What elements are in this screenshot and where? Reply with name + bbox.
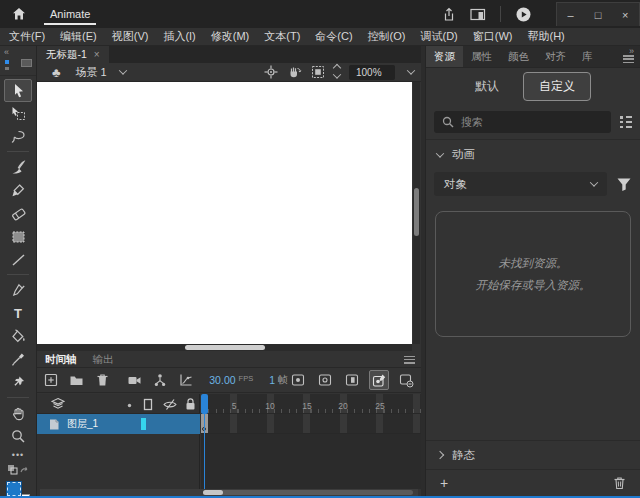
text-tool[interactable]: T (4, 302, 32, 325)
menu-insert[interactable]: 插入(I) (163, 29, 195, 44)
search-box[interactable] (434, 111, 611, 133)
remove-frame-button[interactable] (396, 370, 416, 390)
timeline-horizontal-scrollbar[interactable] (40, 489, 418, 496)
visibility-column-icon[interactable] (163, 398, 177, 411)
add-camera-button[interactable] (126, 370, 145, 390)
layer-row-1[interactable]: 图层_1 (37, 414, 200, 434)
layers-stack-icon[interactable] (51, 397, 65, 411)
delete-layer-button[interactable] (93, 370, 112, 390)
layer-outline-color-swatch[interactable] (141, 418, 146, 430)
object-dropdown[interactable]: 对象 (434, 172, 607, 196)
frame-rate-control[interactable]: 30.00 FPS (209, 374, 253, 386)
swap-colors-control[interactable] (7, 464, 29, 476)
tab-timeline[interactable]: 时间轴 (37, 353, 85, 367)
outline-column-icon[interactable] (143, 398, 153, 411)
eyedropper-tool[interactable] (4, 348, 32, 371)
frames-area[interactable]: 5 10 15 20 25 (201, 394, 421, 489)
tab-color[interactable]: 颜色 (500, 46, 537, 67)
edit-toolbar-grip-icon[interactable] (21, 59, 32, 67)
stage-horizontal-scrollbar[interactable] (37, 344, 412, 351)
delete-asset-trash-icon[interactable] (613, 476, 626, 490)
document-tab-close-icon[interactable]: × (94, 49, 100, 60)
zoom-level-field[interactable]: 100% (349, 65, 395, 80)
document-tab[interactable]: 无标题-1 × (37, 46, 109, 63)
insert-frame-button[interactable] (342, 370, 362, 390)
paint-bucket-tool[interactable] (4, 325, 32, 348)
center-stage-button[interactable] (264, 65, 278, 79)
tab-properties[interactable]: 属性 (463, 46, 500, 67)
section-static[interactable]: 静态 (426, 440, 640, 469)
home-button[interactable] (12, 7, 26, 21)
menu-window[interactable]: 窗口(W) (473, 29, 513, 44)
scene-chevron-down-icon[interactable] (118, 66, 126, 74)
free-transform-tool[interactable] (4, 102, 32, 125)
menu-control[interactable]: 控制(O) (368, 29, 406, 44)
menu-modify[interactable]: 修改(M) (211, 29, 250, 44)
add-asset-button[interactable]: + (440, 475, 448, 491)
menu-text[interactable]: 文本(T) (264, 29, 300, 44)
layer-frames-row[interactable] (201, 414, 421, 434)
section-chevron-down-icon[interactable] (436, 149, 444, 157)
share-button[interactable] (442, 7, 456, 22)
pen-tool[interactable] (4, 279, 32, 302)
layer-depth-button[interactable] (177, 370, 196, 390)
app-tab-animate[interactable]: Animate (44, 0, 96, 28)
tab-library[interactable]: 库 (574, 46, 601, 67)
maximize-button[interactable]: □ (584, 3, 611, 26)
tab-assets[interactable]: 资源 (426, 46, 463, 67)
close-button[interactable]: × (612, 3, 639, 26)
custom-button[interactable]: 自定义 (523, 72, 591, 101)
insert-blank-keyframe-button[interactable] (315, 370, 335, 390)
lasso-tool[interactable] (4, 125, 32, 148)
rectangle-tool[interactable] (4, 225, 32, 248)
zoom-tool[interactable] (4, 425, 32, 448)
section-chevron-right-icon[interactable] (436, 451, 444, 459)
zoom-dropdown-button[interactable] (404, 69, 418, 75)
tab-align[interactable]: 对齐 (537, 46, 574, 67)
hand-tool[interactable] (4, 402, 32, 425)
minimize-button[interactable]: – (557, 3, 584, 26)
default-button[interactable]: 默认 (475, 78, 499, 95)
highlight-column-icon[interactable] (127, 403, 132, 408)
fill-color-swatch[interactable] (6, 481, 22, 497)
classic-brush-tool[interactable] (4, 179, 32, 202)
fluid-brush-tool[interactable] (4, 156, 32, 179)
stepper-down-icon[interactable] (333, 70, 341, 78)
insert-keyframe-button[interactable] (288, 370, 308, 390)
tab-output[interactable]: 输出 (85, 353, 122, 367)
playhead[interactable] (201, 394, 208, 414)
selection-tool[interactable] (4, 79, 32, 102)
zoom-stepper[interactable] (334, 65, 340, 79)
rotation-tool-button[interactable] (287, 65, 302, 79)
list-view-icon[interactable] (620, 116, 632, 128)
lock-column-icon[interactable] (184, 397, 197, 411)
timeline-ruler[interactable]: 5 10 15 20 25 (201, 394, 421, 414)
expand-panel-icon[interactable]: » (629, 46, 634, 56)
current-frame-value[interactable]: 1 (269, 374, 275, 386)
clip-content-button[interactable] (311, 65, 325, 79)
stage-horizontal-scrollbar-thumb[interactable] (185, 345, 265, 350)
layer-parenting-button[interactable] (151, 370, 170, 390)
test-movie-button[interactable] (515, 6, 532, 23)
new-layer-button[interactable] (42, 370, 61, 390)
layer-name[interactable]: 图层_1 (67, 417, 98, 431)
filter-icon[interactable] (616, 177, 632, 192)
eraser-tool[interactable] (4, 202, 32, 225)
main-stage-icon[interactable]: ♣ (52, 66, 61, 79)
menu-commands[interactable]: 命令(C) (315, 29, 352, 44)
panel-menu-icon[interactable] (623, 55, 634, 63)
new-folder-button[interactable] (68, 370, 87, 390)
search-input[interactable] (461, 116, 603, 128)
timeline-scrollbar-thumb[interactable] (203, 490, 223, 495)
stage-vertical-scrollbar-thumb[interactable] (414, 188, 419, 236)
menu-help[interactable]: 帮助(H) (528, 29, 565, 44)
more-tools-icon[interactable]: ••• (12, 450, 24, 460)
menu-edit[interactable]: 编辑(E) (60, 29, 97, 44)
section-animation[interactable]: 动画 (426, 140, 640, 169)
timeline-panel-menu-icon[interactable] (404, 356, 415, 364)
menu-debug[interactable]: 调试(D) (421, 29, 458, 44)
auto-keyframe-toggle[interactable] (369, 370, 389, 390)
collapse-panel-icon[interactable]: « (4, 47, 9, 57)
asset-warp-tool[interactable] (4, 371, 32, 394)
menu-file[interactable]: 文件(F) (9, 29, 45, 44)
